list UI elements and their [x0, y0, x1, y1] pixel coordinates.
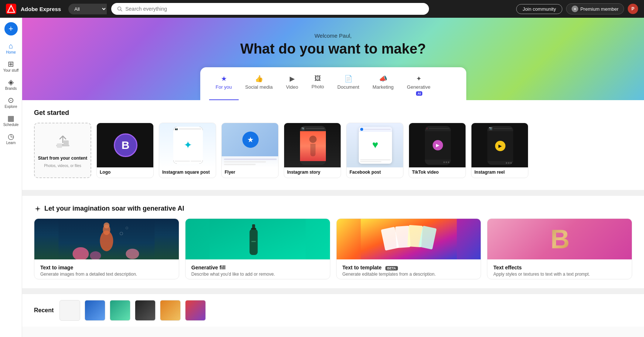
- recent-item-1[interactable]: [85, 300, 105, 321]
- ai-cards-row: Text to image Generate images from a det…: [34, 218, 632, 279]
- recent-item-4[interactable]: [160, 300, 181, 321]
- text-effects-b-letter: B: [551, 224, 569, 254]
- tab-video[interactable]: ▶ Video: [279, 72, 305, 100]
- instagram-content: ✦: [173, 131, 203, 159]
- recent-label: Recent: [34, 307, 54, 314]
- tab-video-label: Video: [286, 84, 298, 90]
- start-from-content-card[interactable]: Start from your content Photos, videos, …: [34, 123, 91, 178]
- recent-item-2[interactable]: [110, 300, 130, 321]
- hero-subtitle: Welcome Paul,: [314, 33, 352, 39]
- tab-generative-label: Generative: [407, 84, 430, 90]
- brands-icon: ◈: [8, 78, 14, 86]
- tiktok-video-image: ♪ ▶: [409, 123, 466, 167]
- tab-for-you-label: For you: [216, 84, 232, 90]
- tab-generative[interactable]: ✦ Generative AI: [400, 72, 437, 100]
- premium-label: Premium member: [580, 6, 619, 12]
- sidebar-item-schedule[interactable]: ▦ Schedule: [1, 112, 21, 129]
- logo-card-inner: B: [97, 123, 154, 167]
- text-to-image-preview: [34, 219, 179, 259]
- fb-post-mock: ♥: [359, 127, 392, 164]
- instagram-star-icon: ✦: [184, 139, 192, 151]
- avatar[interactable]: P: [628, 4, 638, 14]
- search-filter-select[interactable]: All Templates Photos: [68, 4, 107, 14]
- separator-2: [22, 288, 644, 291]
- sidebar-item-learn[interactable]: ◷ Learn: [1, 130, 21, 147]
- tiktok-top-bar: ♪: [425, 126, 451, 131]
- instagram-reel-label: Instagram reel: [471, 167, 528, 177]
- join-community-button[interactable]: Join community: [516, 4, 562, 14]
- story-content: [300, 131, 326, 161]
- adobe-logo-icon: [6, 4, 16, 14]
- search-input[interactable]: [125, 6, 423, 12]
- story-top-bar: 📷: [300, 126, 326, 131]
- text-effects-preview: B: [487, 219, 632, 259]
- instagram-story-card[interactable]: 📷: [284, 123, 341, 178]
- instagram-bar: 📷: [173, 127, 203, 131]
- logo-b-icon: B: [114, 133, 137, 157]
- fb-content: ♥: [359, 132, 392, 158]
- gen-fill-header: Generative fill Describe what you'd like…: [185, 259, 330, 279]
- text-to-image-sub: Generate images from a detailed text des…: [40, 272, 173, 277]
- sidebar-explore-label: Explore: [5, 105, 17, 109]
- flyer-card[interactable]: ★ Flyer: [221, 123, 279, 178]
- sidebar-learn-label: Learn: [6, 141, 16, 145]
- get-started-title: Get started: [34, 109, 632, 117]
- nav-right: Join community ✦ Premium member P: [516, 3, 638, 14]
- hero-section: Welcome Paul, What do you want to make? …: [22, 18, 644, 100]
- sidebar-item-explore[interactable]: ⊙ Explore: [1, 94, 21, 111]
- facebook-post-card[interactable]: ♥ Facebook post: [346, 123, 403, 178]
- svg-line-3: [121, 10, 122, 11]
- tab-marketing[interactable]: 📣 Marketing: [366, 72, 400, 100]
- fb-card-inner: ♥: [347, 123, 403, 167]
- text-to-template-preview: [337, 219, 481, 259]
- tab-document-label: Document: [337, 84, 359, 90]
- text-to-image-title: Text to image: [40, 265, 173, 270]
- top-navigation: Adobe Express All Templates Photos Join …: [0, 0, 644, 18]
- text-effects-card[interactable]: B Text effects Apply styles or textures …: [487, 218, 632, 279]
- app-name-label: Adobe Express: [21, 6, 61, 12]
- tiktok-play-icon: ▶: [433, 140, 443, 150]
- text-to-template-sub: Generate editable templates from a descr…: [343, 272, 475, 277]
- category-tabs: ★ For you 👍 Social media ▶ Video 🖼 Photo…: [200, 67, 466, 100]
- sidebar-item-home[interactable]: ⌂ Home: [1, 40, 21, 57]
- flyer-card-image: ★: [222, 123, 279, 167]
- fb-icon: [360, 128, 363, 131]
- tab-for-you[interactable]: ★ For you: [209, 72, 239, 100]
- generative-fill-card[interactable]: Generative fill Describe what you'd like…: [185, 218, 330, 279]
- plus-icon: +: [8, 24, 13, 34]
- text-effects-header: Text effects Apply styles or textures to…: [487, 259, 632, 279]
- recent-item-5[interactable]: [185, 300, 206, 321]
- sidebar-item-your-stuff[interactable]: ⊞ Your stuff: [1, 58, 21, 75]
- text-to-image-card[interactable]: Text to image Generate images from a det…: [34, 218, 179, 279]
- recent-item-3[interactable]: [135, 300, 156, 321]
- instagram-square-label: Instagram square post: [159, 167, 216, 177]
- instagram-story-label: Instagram story: [284, 167, 341, 177]
- instagram-square-image: 📷 ✦: [159, 123, 216, 167]
- instagram-reel-card[interactable]: 📷 ▶: [471, 123, 528, 178]
- tab-photo[interactable]: 🖼 Photo: [305, 72, 331, 100]
- gen-fill-sub: Describe what you'd like to add or remov…: [191, 272, 324, 277]
- premium-member-button[interactable]: ✦ Premium member: [566, 3, 624, 14]
- sidebar-item-brands[interactable]: ◈ Brands: [1, 76, 21, 93]
- svg-rect-21: [251, 241, 256, 242]
- recent-item-0[interactable]: [59, 300, 80, 321]
- tiktok-video-card[interactable]: ♪ ▶: [409, 123, 466, 178]
- create-button[interactable]: +: [4, 22, 18, 35]
- tab-social-media[interactable]: 👍 Social media: [239, 72, 279, 100]
- sidebar-brands-label: Brands: [5, 86, 17, 91]
- ai-badge: AI: [416, 91, 422, 96]
- learn-icon: ◷: [8, 133, 14, 140]
- tiktok-content: ▶: [425, 131, 451, 160]
- document-icon: 📄: [344, 75, 352, 83]
- instagram-square-card[interactable]: 📷 ✦: [159, 123, 216, 178]
- ai-section-title: Let your imagination soar with generativ…: [34, 205, 632, 212]
- instagram-card-inner: 📷 ✦: [159, 123, 216, 167]
- grid-icon: ⊞: [8, 60, 14, 68]
- logo-card[interactable]: B Logo: [96, 123, 154, 178]
- tab-document[interactable]: 📄 Document: [331, 72, 366, 100]
- text-to-template-card[interactable]: Text to template BETA Generate editable …: [336, 218, 481, 279]
- facebook-post-image: ♥: [347, 123, 403, 167]
- ai-section: Let your imagination soar with generativ…: [22, 193, 644, 288]
- main-layout: + ⌂ Home ⊞ Your stuff ◈ Brands ⊙ Explore…: [0, 18, 644, 337]
- tab-social-media-label: Social media: [245, 84, 273, 90]
